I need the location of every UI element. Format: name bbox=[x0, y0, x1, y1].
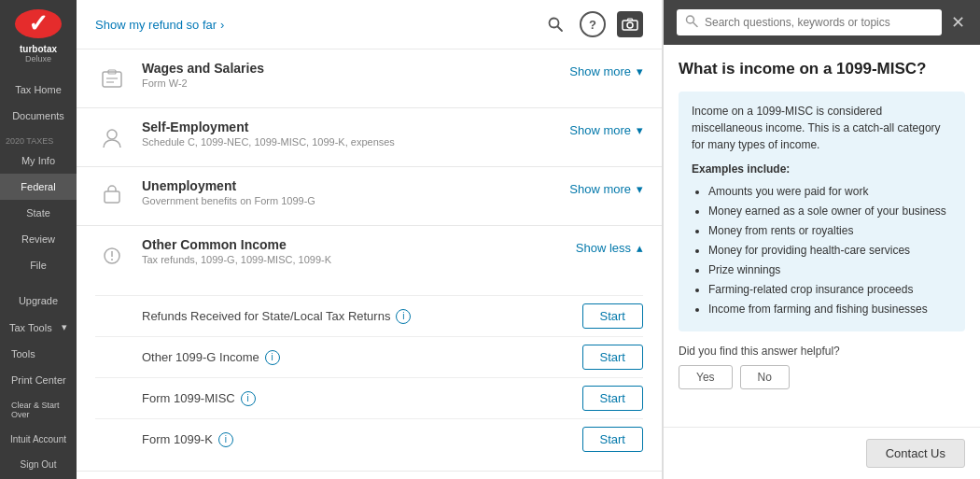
list-item: Unemployment Government benefits on Form… bbox=[77, 167, 662, 226]
svg-rect-9 bbox=[105, 191, 119, 203]
sidebar-item-my-info[interactable]: My Info bbox=[0, 148, 77, 174]
wages-title: Wages and Salaries bbox=[142, 61, 556, 76]
sidebar-item-intuit-account[interactable]: Intuit Account bbox=[0, 427, 77, 452]
right-panel-footer: Contact Us bbox=[664, 427, 980, 479]
svg-point-21 bbox=[687, 16, 694, 23]
other-common-title: Other Common Income bbox=[142, 237, 563, 252]
self-employment-show-more[interactable]: Show more ▾ bbox=[569, 123, 643, 137]
sidebar-footer: Intuit Account Sign Out bbox=[0, 427, 77, 479]
right-panel: ✕ What is income on a 1099-MISC? Income … bbox=[663, 0, 980, 479]
search-icon-btn[interactable] bbox=[542, 11, 568, 37]
svg-line-1 bbox=[558, 27, 563, 32]
panel-question: What is income on a 1099-MISC? bbox=[679, 60, 965, 78]
sub-item-refunds-state: Refunds Received for State/Local Tax Ret… bbox=[95, 295, 643, 336]
other-common-sub-items: Refunds Received for State/Local Tax Ret… bbox=[95, 286, 643, 459]
camera-icon-btn[interactable] bbox=[617, 11, 643, 37]
refunds-state-label: Refunds Received for State/Local Tax Ret… bbox=[142, 309, 573, 324]
wages-info: Wages and Salaries Form W-2 bbox=[142, 61, 556, 89]
sidebar-item-state[interactable]: State bbox=[0, 200, 77, 226]
sidebar-item-sign-out[interactable]: Sign Out bbox=[0, 452, 77, 477]
other-common-header: Other Common Income Tax refunds, 1099-G,… bbox=[95, 237, 643, 273]
chevron-down-icon: ▾ bbox=[637, 123, 643, 137]
sidebar-item-clear-start-over[interactable]: Clear & Start Over bbox=[0, 393, 77, 427]
list-item: Interest and Dividends Forms 1099-INT, 1… bbox=[77, 472, 662, 479]
sidebar-item-tax-tools[interactable]: Tax Tools ▾ bbox=[0, 314, 77, 341]
wages-show-more[interactable]: Show more ▾ bbox=[569, 64, 643, 78]
contact-us-button[interactable]: Contact Us bbox=[866, 439, 965, 468]
form-1099k-label: Form 1099-K i bbox=[142, 432, 573, 447]
list-item: Money earned as a sole owner of your bus… bbox=[708, 203, 952, 219]
refund-arrow: › bbox=[220, 18, 224, 32]
list-item: Prize winnings bbox=[708, 261, 952, 278]
form-1099misc-label: Form 1099-MISC i bbox=[142, 391, 573, 406]
sidebar-item-print-center[interactable]: Print Center bbox=[0, 367, 77, 393]
sidebar-item-file[interactable]: File bbox=[0, 252, 77, 278]
search-icon bbox=[685, 15, 698, 31]
feedback-yes-button[interactable]: Yes bbox=[679, 365, 733, 389]
examples-list: Amounts you were paid for work Money ear… bbox=[692, 183, 952, 317]
svg-line-22 bbox=[693, 23, 697, 27]
sub-item-other-1099g: Other 1099-G Income i Start bbox=[95, 336, 643, 377]
list-item: Other Common Income Tax refunds, 1099-G,… bbox=[77, 226, 662, 472]
other-1099g-label: Other 1099-G Income i bbox=[142, 350, 573, 365]
list-item: Farming-related crop insurance proceeds bbox=[708, 281, 952, 298]
sidebar-item-review[interactable]: Review bbox=[0, 226, 77, 252]
right-panel-header: ✕ bbox=[664, 0, 980, 45]
self-employment-subtitle: Schedule C, 1099-NEC, 1099-MISC, 1099-K,… bbox=[142, 136, 556, 148]
start-btn-1099k[interactable]: Start bbox=[582, 427, 643, 452]
search-input[interactable] bbox=[677, 9, 942, 35]
unemployment-show-more[interactable]: Show more ▾ bbox=[569, 182, 643, 196]
svg-point-8 bbox=[107, 130, 117, 139]
sidebar-item-upgrade[interactable]: Upgrade bbox=[0, 288, 77, 314]
list-item: Income from farming and fishing business… bbox=[708, 301, 952, 317]
self-employment-icon bbox=[95, 121, 129, 155]
sidebar-item-tax-home[interactable]: Tax Home bbox=[0, 77, 77, 103]
sidebar-item-tools[interactable]: Tools bbox=[0, 341, 77, 367]
brand-block: turbotax Deluxe bbox=[20, 44, 57, 63]
sidebar-item-documents[interactable]: Documents bbox=[0, 103, 77, 129]
other-common-show-less[interactable]: Show less ▴ bbox=[576, 241, 643, 255]
start-btn-1099misc[interactable]: Start bbox=[582, 386, 643, 411]
close-panel-button[interactable]: ✕ bbox=[949, 12, 967, 33]
svg-point-3 bbox=[627, 22, 633, 28]
sub-item-1099k: Form 1099-K i Start bbox=[95, 418, 643, 459]
info-circle-1099misc[interactable]: i bbox=[241, 391, 256, 406]
logo-check: ✓ bbox=[28, 9, 49, 38]
info-circle-refunds[interactable]: i bbox=[396, 309, 411, 324]
chevron-down-icon: ▾ bbox=[637, 64, 643, 78]
wages-subtitle: Form W-2 bbox=[142, 77, 556, 89]
unemployment-info: Unemployment Government benefits on Form… bbox=[142, 178, 556, 206]
sidebar: ✓ turbotax Deluxe Tax Home Documents 202… bbox=[0, 0, 77, 479]
main-header: Show my refund so far › ? bbox=[77, 0, 662, 49]
info-circle-1099k[interactable]: i bbox=[218, 432, 233, 447]
sidebar-item-federal[interactable]: Federal bbox=[0, 174, 77, 200]
panel-feedback: Did you find this answer helpful? Yes No bbox=[679, 331, 965, 399]
feedback-buttons: Yes No bbox=[679, 365, 965, 389]
brand-name: turbotax bbox=[20, 44, 57, 54]
wages-icon bbox=[95, 63, 129, 96]
help-icon-btn[interactable]: ? bbox=[580, 11, 606, 37]
turbotax-logo: ✓ bbox=[15, 9, 62, 38]
sidebar-section-2020: 2020 TAXES bbox=[0, 129, 77, 148]
show-refund-label: Show my refund so far bbox=[95, 18, 217, 32]
right-panel-body: What is income on a 1099-MISC? Income on… bbox=[664, 45, 980, 427]
panel-info-box: Income on a 1099-MISC is considered misc… bbox=[679, 92, 965, 331]
self-employment-info: Self-Employment Schedule C, 1099-NEC, 10… bbox=[142, 120, 556, 148]
unemployment-subtitle: Government benefits on Form 1099-G bbox=[142, 195, 556, 206]
start-btn-1099g[interactable]: Start bbox=[582, 345, 643, 370]
list-item: Money for providing health-care services bbox=[708, 242, 952, 259]
income-list: Wages and Salaries Form W-2 Show more ▾ … bbox=[77, 49, 662, 479]
other-common-subtitle: Tax refunds, 1099-G, 1099-MISC, 1099-K bbox=[142, 254, 563, 265]
sub-item-1099misc: Form 1099-MISC i Start bbox=[95, 377, 643, 418]
self-employment-title: Self-Employment bbox=[142, 120, 556, 134]
feedback-no-button[interactable]: No bbox=[740, 365, 790, 389]
start-btn-refunds-state[interactable]: Start bbox=[582, 303, 643, 329]
brand-edition: Deluxe bbox=[20, 54, 57, 63]
header-icons: ? bbox=[542, 11, 643, 37]
main-content: Show my refund so far › ? Wages and Sala… bbox=[77, 0, 663, 479]
show-refund-link[interactable]: Show my refund so far › bbox=[95, 18, 224, 32]
sidebar-main-nav: Tax Home Documents 2020 TAXES My Info Fe… bbox=[0, 77, 77, 427]
list-item: Money from rents or royalties bbox=[708, 222, 952, 239]
list-item: Amounts you were paid for work bbox=[708, 183, 952, 200]
info-circle-1099g[interactable]: i bbox=[265, 350, 280, 365]
